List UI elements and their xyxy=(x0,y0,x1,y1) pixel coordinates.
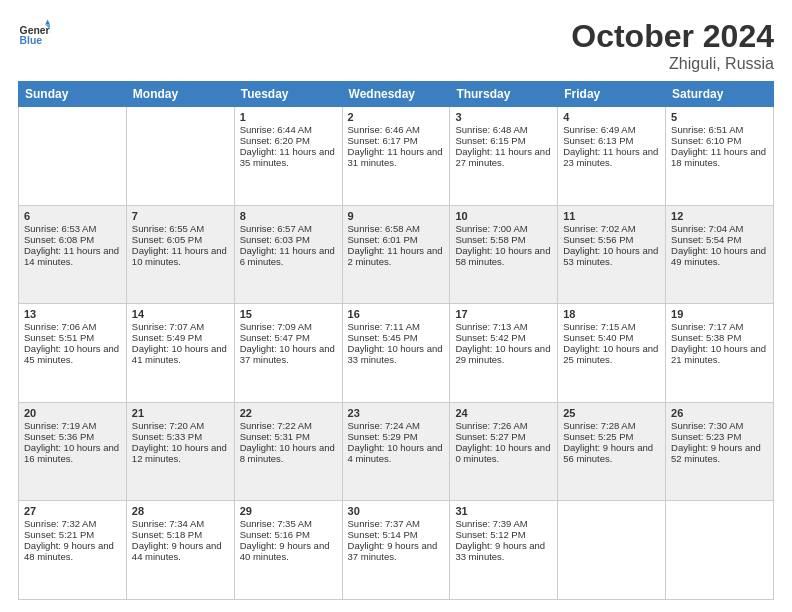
daylight: Daylight: 10 hours and 0 minutes. xyxy=(455,442,550,464)
table-row: 20Sunrise: 7:19 AMSunset: 5:36 PMDayligh… xyxy=(19,402,127,501)
day-number: 13 xyxy=(24,308,121,320)
sunset: Sunset: 5:56 PM xyxy=(563,234,633,245)
daylight: Daylight: 10 hours and 45 minutes. xyxy=(24,343,119,365)
daylight: Daylight: 10 hours and 33 minutes. xyxy=(348,343,443,365)
sunrise: Sunrise: 7:13 AM xyxy=(455,321,527,332)
sunrise: Sunrise: 7:28 AM xyxy=(563,420,635,431)
daylight: Daylight: 11 hours and 35 minutes. xyxy=(240,146,335,168)
sunset: Sunset: 5:47 PM xyxy=(240,332,310,343)
daylight: Daylight: 11 hours and 31 minutes. xyxy=(348,146,443,168)
page: General Blue October 2024 Zhiguli, Russi… xyxy=(0,0,792,612)
table-row: 28Sunrise: 7:34 AMSunset: 5:18 PMDayligh… xyxy=(126,501,234,600)
day-number: 6 xyxy=(24,210,121,222)
table-row: 3Sunrise: 6:48 AMSunset: 6:15 PMDaylight… xyxy=(450,107,558,206)
table-row: 23Sunrise: 7:24 AMSunset: 5:29 PMDayligh… xyxy=(342,402,450,501)
day-number: 1 xyxy=(240,111,337,123)
day-number: 28 xyxy=(132,505,229,517)
sunrise: Sunrise: 6:46 AM xyxy=(348,124,420,135)
daylight: Daylight: 9 hours and 44 minutes. xyxy=(132,540,222,562)
sunrise: Sunrise: 7:26 AM xyxy=(455,420,527,431)
daylight: Daylight: 10 hours and 21 minutes. xyxy=(671,343,766,365)
svg-text:Blue: Blue xyxy=(20,35,43,46)
sunrise: Sunrise: 7:19 AM xyxy=(24,420,96,431)
sunset: Sunset: 6:10 PM xyxy=(671,135,741,146)
sunrise: Sunrise: 7:07 AM xyxy=(132,321,204,332)
sunrise: Sunrise: 7:09 AM xyxy=(240,321,312,332)
sunset: Sunset: 6:08 PM xyxy=(24,234,94,245)
table-row: 30Sunrise: 7:37 AMSunset: 5:14 PMDayligh… xyxy=(342,501,450,600)
day-number: 14 xyxy=(132,308,229,320)
table-row: 11Sunrise: 7:02 AMSunset: 5:56 PMDayligh… xyxy=(558,205,666,304)
sunrise: Sunrise: 7:39 AM xyxy=(455,518,527,529)
day-number: 25 xyxy=(563,407,660,419)
daylight: Daylight: 10 hours and 8 minutes. xyxy=(240,442,335,464)
table-row: 13Sunrise: 7:06 AMSunset: 5:51 PMDayligh… xyxy=(19,304,127,403)
sunrise: Sunrise: 7:34 AM xyxy=(132,518,204,529)
sunset: Sunset: 5:29 PM xyxy=(348,431,418,442)
sunrise: Sunrise: 6:49 AM xyxy=(563,124,635,135)
sunset: Sunset: 6:20 PM xyxy=(240,135,310,146)
sunrise: Sunrise: 7:17 AM xyxy=(671,321,743,332)
table-row: 7Sunrise: 6:55 AMSunset: 6:05 PMDaylight… xyxy=(126,205,234,304)
sunset: Sunset: 6:13 PM xyxy=(563,135,633,146)
daylight: Daylight: 10 hours and 29 minutes. xyxy=(455,343,550,365)
table-row: 4Sunrise: 6:49 AMSunset: 6:13 PMDaylight… xyxy=(558,107,666,206)
sunset: Sunset: 5:36 PM xyxy=(24,431,94,442)
daylight: Daylight: 9 hours and 37 minutes. xyxy=(348,540,438,562)
table-row: 18Sunrise: 7:15 AMSunset: 5:40 PMDayligh… xyxy=(558,304,666,403)
sunset: Sunset: 5:45 PM xyxy=(348,332,418,343)
calendar-header-row: Sunday Monday Tuesday Wednesday Thursday… xyxy=(19,82,774,107)
table-row: 31Sunrise: 7:39 AMSunset: 5:12 PMDayligh… xyxy=(450,501,558,600)
sunset: Sunset: 5:16 PM xyxy=(240,529,310,540)
sunrise: Sunrise: 7:04 AM xyxy=(671,223,743,234)
table-row: 8Sunrise: 6:57 AMSunset: 6:03 PMDaylight… xyxy=(234,205,342,304)
table-row: 17Sunrise: 7:13 AMSunset: 5:42 PMDayligh… xyxy=(450,304,558,403)
sunset: Sunset: 5:18 PM xyxy=(132,529,202,540)
sunset: Sunset: 6:01 PM xyxy=(348,234,418,245)
daylight: Daylight: 10 hours and 58 minutes. xyxy=(455,245,550,267)
table-row: 24Sunrise: 7:26 AMSunset: 5:27 PMDayligh… xyxy=(450,402,558,501)
sunrise: Sunrise: 7:37 AM xyxy=(348,518,420,529)
sunset: Sunset: 5:33 PM xyxy=(132,431,202,442)
daylight: Daylight: 11 hours and 27 minutes. xyxy=(455,146,550,168)
daylight: Daylight: 9 hours and 48 minutes. xyxy=(24,540,114,562)
daylight: Daylight: 10 hours and 12 minutes. xyxy=(132,442,227,464)
sunset: Sunset: 5:21 PM xyxy=(24,529,94,540)
day-number: 22 xyxy=(240,407,337,419)
sunrise: Sunrise: 7:15 AM xyxy=(563,321,635,332)
sunrise: Sunrise: 7:32 AM xyxy=(24,518,96,529)
subtitle: Zhiguli, Russia xyxy=(571,55,774,73)
sunrise: Sunrise: 7:06 AM xyxy=(24,321,96,332)
col-wednesday: Wednesday xyxy=(342,82,450,107)
logo: General Blue xyxy=(18,18,50,50)
table-row: 15Sunrise: 7:09 AMSunset: 5:47 PMDayligh… xyxy=(234,304,342,403)
col-friday: Friday xyxy=(558,82,666,107)
sunrise: Sunrise: 7:22 AM xyxy=(240,420,312,431)
day-number: 10 xyxy=(455,210,552,222)
day-number: 31 xyxy=(455,505,552,517)
daylight: Daylight: 10 hours and 37 minutes. xyxy=(240,343,335,365)
daylight: Daylight: 9 hours and 56 minutes. xyxy=(563,442,653,464)
day-number: 15 xyxy=(240,308,337,320)
sunrise: Sunrise: 6:53 AM xyxy=(24,223,96,234)
sunrise: Sunrise: 6:55 AM xyxy=(132,223,204,234)
main-title: October 2024 xyxy=(571,18,774,55)
col-thursday: Thursday xyxy=(450,82,558,107)
sunset: Sunset: 5:54 PM xyxy=(671,234,741,245)
day-number: 16 xyxy=(348,308,445,320)
day-number: 8 xyxy=(240,210,337,222)
sunset: Sunset: 6:17 PM xyxy=(348,135,418,146)
table-row: 10Sunrise: 7:00 AMSunset: 5:58 PMDayligh… xyxy=(450,205,558,304)
daylight: Daylight: 10 hours and 25 minutes. xyxy=(563,343,658,365)
table-row: 29Sunrise: 7:35 AMSunset: 5:16 PMDayligh… xyxy=(234,501,342,600)
daylight: Daylight: 11 hours and 2 minutes. xyxy=(348,245,443,267)
table-row: 14Sunrise: 7:07 AMSunset: 5:49 PMDayligh… xyxy=(126,304,234,403)
sunrise: Sunrise: 7:24 AM xyxy=(348,420,420,431)
sunrise: Sunrise: 6:58 AM xyxy=(348,223,420,234)
day-number: 3 xyxy=(455,111,552,123)
daylight: Daylight: 11 hours and 10 minutes. xyxy=(132,245,227,267)
sunrise: Sunrise: 7:02 AM xyxy=(563,223,635,234)
table-row: 19Sunrise: 7:17 AMSunset: 5:38 PMDayligh… xyxy=(666,304,774,403)
sunrise: Sunrise: 6:44 AM xyxy=(240,124,312,135)
table-row: 1Sunrise: 6:44 AMSunset: 6:20 PMDaylight… xyxy=(234,107,342,206)
